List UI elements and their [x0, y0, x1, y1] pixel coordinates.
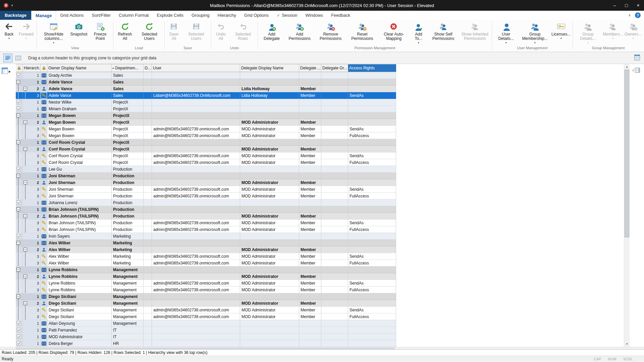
- o-cell[interactable]: [144, 293, 152, 300]
- delegate-group-cell[interactable]: [321, 166, 348, 173]
- delegate-group-cell[interactable]: [321, 206, 348, 213]
- access-rights-cell[interactable]: [348, 206, 396, 213]
- owner-cell[interactable]: Lee Gu: [47, 166, 112, 173]
- grid-row[interactable]: −1Lynne RobbinsManagement: [16, 266, 396, 273]
- collapse-expander-icon[interactable]: −: [23, 214, 27, 218]
- ribbon-button-clear-auto-mapping[interactable]: Clear Auto-Mapping: [378, 20, 410, 41]
- collapse-expander-icon[interactable]: −: [23, 87, 27, 90]
- grid-row[interactable]: −2Alex WilberMarketingMOD AdministratorM…: [16, 246, 396, 253]
- grid-row[interactable]: 3Joni ShermanProductionadmin@M365x346027…: [16, 193, 396, 199]
- delegate-type-cell[interactable]: Member: [299, 126, 321, 132]
- delegate-type-cell[interactable]: [299, 320, 321, 327]
- delegate-group-cell[interactable]: [321, 153, 348, 159]
- delegate-type-cell[interactable]: Member: [299, 280, 321, 287]
- department-cell[interactable]: Management: [112, 266, 144, 273]
- delegate-group-cell[interactable]: [321, 287, 348, 293]
- column-header-dgr[interactable]: Delegate Gr...: [321, 64, 348, 72]
- tab-manage[interactable]: Manage: [31, 11, 56, 20]
- user-cell[interactable]: [152, 206, 240, 213]
- delegate-name-cell[interactable]: MOD Administrator: [240, 153, 299, 159]
- collapse-expander-icon[interactable]: −: [23, 301, 27, 305]
- grid-row[interactable]: −2Diego SicilianiManagementMOD Administr…: [16, 300, 396, 307]
- close-button[interactable]: ×: [632, 0, 644, 11]
- user-cell[interactable]: admin@M365x34602739.onmicrosoft.com: [152, 226, 240, 233]
- collapse-expander-icon[interactable]: −: [16, 295, 20, 298]
- o-cell[interactable]: [144, 320, 152, 327]
- column-header-hier[interactable]: Hierarch...: [23, 64, 41, 72]
- o-cell[interactable]: [144, 139, 152, 146]
- row-indicator-cell[interactable]: [16, 327, 23, 334]
- checkbox-checked-icon[interactable]: [17, 341, 21, 346]
- titlebar-dropdown-caret-icon[interactable]: ▾: [11, 4, 13, 7]
- user-cell[interactable]: admin@M365x34602739.onmicrosoft.com: [152, 153, 240, 159]
- owner-cell[interactable]: Joni Sherman: [47, 193, 112, 199]
- o-cell[interactable]: [144, 119, 152, 126]
- access-rights-cell[interactable]: [348, 233, 396, 240]
- department-cell[interactable]: Management: [112, 300, 144, 307]
- column-header-owner[interactable]: Owner Display Name: [47, 64, 112, 72]
- delegate-group-cell[interactable]: [321, 327, 348, 334]
- o-cell[interactable]: [144, 153, 152, 159]
- owner-cell[interactable]: Joni Sherman: [47, 173, 112, 179]
- access-rights-cell[interactable]: FullAccess: [348, 313, 396, 320]
- grid-row[interactable]: −1Megan BowenProjectX: [16, 112, 396, 119]
- delegate-name-cell[interactable]: MOD Administrator: [240, 300, 299, 307]
- collapse-expander-icon[interactable]: −: [23, 147, 27, 151]
- owner-cell[interactable]: Diego Siciliani: [47, 307, 112, 313]
- delegate-group-cell[interactable]: [321, 193, 348, 199]
- owner-cell[interactable]: Alex Wilber: [47, 253, 112, 260]
- grid-row[interactable]: −1Joni ShermanProduction: [16, 173, 396, 179]
- column-header-sel[interactable]: [16, 64, 23, 72]
- owner-cell[interactable]: Diego Siciliani: [47, 300, 112, 307]
- user-cell[interactable]: [152, 139, 240, 146]
- delegate-group-cell[interactable]: [321, 79, 348, 85]
- user-cell[interactable]: [152, 112, 240, 119]
- grid-row[interactable]: −2Adele VanceSalesLidia HollowayMember: [16, 85, 396, 92]
- collapse-expander-icon[interactable]: −: [16, 174, 20, 178]
- right-panel-toggle[interactable]: ‹: [632, 67, 640, 73]
- department-cell[interactable]: Sales: [112, 79, 144, 85]
- ribbon-button-snapshot[interactable]: Snapshot: [69, 20, 88, 37]
- delegate-group-cell[interactable]: [321, 240, 348, 246]
- o-cell[interactable]: [144, 173, 152, 179]
- user-cell[interactable]: [152, 240, 240, 246]
- owner-cell[interactable]: Diego Siciliani: [47, 313, 112, 320]
- owner-cell[interactable]: Patti Fernandez: [47, 327, 112, 334]
- tab-sort-filter[interactable]: Sort/Filter: [88, 11, 115, 20]
- delegate-group-cell[interactable]: [321, 85, 348, 92]
- column-header-o[interactable]: O...: [144, 64, 152, 72]
- row-indicator-cell[interactable]: [16, 307, 23, 313]
- delegate-name-cell[interactable]: [240, 173, 299, 179]
- delegate-name-cell[interactable]: [240, 293, 299, 300]
- grid-row[interactable]: −1Alex WilberMarketing: [16, 240, 396, 246]
- collapse-expander-icon[interactable]: −: [16, 114, 20, 117]
- delegate-name-cell[interactable]: [240, 334, 299, 340]
- delegate-type-cell[interactable]: [299, 206, 321, 213]
- delegate-type-cell[interactable]: Member: [299, 132, 321, 139]
- row-indicator-cell[interactable]: [16, 179, 23, 186]
- column-header-type[interactable]: [41, 64, 47, 72]
- row-indicator-cell[interactable]: [16, 166, 23, 173]
- collapse-expander-icon[interactable]: −: [16, 140, 20, 144]
- delegate-type-cell[interactable]: Member: [299, 307, 321, 313]
- o-cell[interactable]: [144, 179, 152, 186]
- department-cell[interactable]: ProjectX: [112, 132, 144, 139]
- delegate-name-cell[interactable]: [240, 106, 299, 112]
- row-indicator-cell[interactable]: −: [16, 79, 23, 85]
- owner-cell[interactable]: Johanna Lorenz: [47, 199, 112, 206]
- owner-cell[interactable]: Joni Sherman: [47, 179, 112, 186]
- user-cell[interactable]: [152, 266, 240, 273]
- delegate-name-cell[interactable]: [240, 112, 299, 119]
- delegate-type-cell[interactable]: Member: [299, 260, 321, 266]
- o-cell[interactable]: [144, 327, 152, 334]
- o-cell[interactable]: [144, 253, 152, 260]
- row-indicator-cell[interactable]: −: [16, 266, 23, 273]
- delegate-group-cell[interactable]: [321, 340, 348, 347]
- collapse-expander-icon[interactable]: −: [23, 181, 27, 184]
- grid-row[interactable]: −1Diego SicilianiManagement: [16, 293, 396, 300]
- owner-cell[interactable]: Alex Wilber: [47, 260, 112, 266]
- delegate-type-cell[interactable]: Member: [299, 300, 321, 307]
- access-rights-cell[interactable]: [348, 320, 396, 327]
- o-cell[interactable]: [144, 307, 152, 313]
- row-indicator-cell[interactable]: [16, 300, 23, 307]
